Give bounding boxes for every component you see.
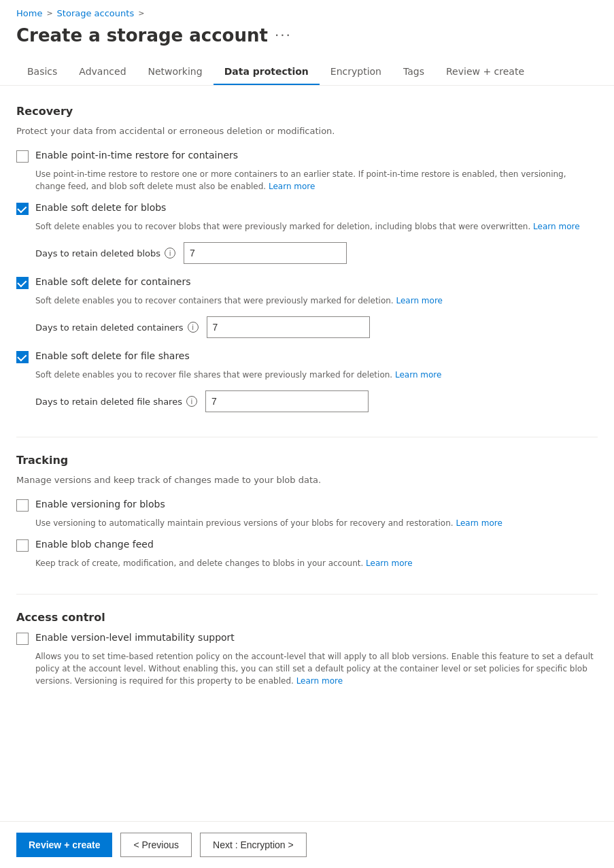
- blobs-days-row: Days to retain deleted blobs i: [35, 242, 598, 264]
- soft-delete-fileshares-learn-more[interactable]: Learn more: [395, 370, 441, 380]
- point-in-time-desc: Use point-in-time restore to restore one…: [35, 168, 598, 193]
- versioning-learn-more[interactable]: Learn more: [456, 518, 502, 528]
- containers-days-info-icon: i: [188, 322, 199, 333]
- soft-delete-blobs-learn-more[interactable]: Learn more: [533, 222, 579, 231]
- versioning-checkbox[interactable]: [16, 499, 29, 512]
- tab-tags[interactable]: Tags: [392, 59, 435, 85]
- immutability-desc: Allows you to set time-based retention p…: [35, 650, 598, 687]
- containers-days-label: Days to retain deleted containers i: [35, 322, 199, 333]
- immutability-checkbox[interactable]: [16, 633, 29, 645]
- tracking-section: Tracking Manage versions and keep track …: [16, 454, 598, 569]
- point-in-time-row: Enable point-in-time restore for contain…: [16, 150, 598, 163]
- tab-basics[interactable]: Basics: [16, 59, 68, 85]
- soft-delete-blobs-row: Enable soft delete for blobs: [16, 202, 598, 215]
- page-title: Create a storage account: [16, 25, 268, 46]
- soft-delete-blobs-checkbox[interactable]: [16, 203, 29, 215]
- fileshares-days-input[interactable]: [205, 390, 369, 412]
- change-feed-label: Enable blob change feed: [35, 539, 154, 550]
- page-title-row: Create a storage account ···: [0, 22, 614, 59]
- soft-delete-fileshares-desc: Soft delete enables you to recover file …: [35, 369, 598, 381]
- soft-delete-containers-checkbox[interactable]: [16, 277, 29, 289]
- soft-delete-containers-label: Enable soft delete for containers: [35, 276, 191, 287]
- previous-button[interactable]: < Previous: [120, 833, 192, 857]
- fileshares-days-info-icon: i: [186, 396, 197, 407]
- next-button[interactable]: Next : Encryption >: [200, 833, 307, 857]
- change-feed-checkbox[interactable]: [16, 539, 29, 552]
- point-in-time-label: Enable point-in-time restore for contain…: [35, 150, 238, 161]
- blobs-days-input[interactable]: [184, 242, 347, 264]
- point-in-time-checkbox[interactable]: [16, 150, 29, 163]
- breadcrumb-home[interactable]: Home: [16, 8, 42, 18]
- soft-delete-blobs-label: Enable soft delete for blobs: [35, 202, 166, 213]
- soft-delete-containers-learn-more[interactable]: Learn more: [396, 296, 443, 305]
- change-feed-learn-more[interactable]: Learn more: [366, 558, 412, 568]
- tabs-nav: Basics Advanced Networking Data protecti…: [0, 59, 614, 86]
- breadcrumb-sep-2: >: [138, 9, 144, 18]
- tab-encryption[interactable]: Encryption: [320, 59, 392, 85]
- change-feed-row: Enable blob change feed: [16, 539, 598, 552]
- recovery-section: Recovery Protect your data from accident…: [16, 105, 598, 412]
- change-feed-desc: Keep track of create, modification, and …: [35, 557, 598, 569]
- containers-days-input[interactable]: [207, 316, 370, 338]
- recovery-divider: [16, 437, 598, 437]
- breadcrumb-storage-accounts[interactable]: Storage accounts: [57, 8, 135, 18]
- recovery-heading: Recovery: [16, 105, 598, 118]
- soft-delete-fileshares-row: Enable soft delete for file shares: [16, 350, 598, 363]
- soft-delete-blobs-desc: Soft delete enables you to recover blobs…: [35, 220, 598, 233]
- access-control-section: Access control Enable version-level immu…: [16, 611, 598, 687]
- soft-delete-containers-row: Enable soft delete for containers: [16, 276, 598, 289]
- immutability-learn-more[interactable]: Learn more: [296, 676, 343, 686]
- versioning-label: Enable versioning for blobs: [35, 499, 165, 510]
- tracking-description: Manage versions and keep track of change…: [16, 475, 598, 485]
- immutability-row: Enable version-level immutability suppor…: [16, 632, 598, 645]
- breadcrumb: Home > Storage accounts >: [0, 0, 614, 22]
- versioning-desc: Use versioning to automatically maintain…: [35, 517, 598, 529]
- recovery-description: Protect your data from accidental or err…: [16, 126, 598, 136]
- immutability-label: Enable version-level immutability suppor…: [35, 632, 235, 643]
- access-control-heading: Access control: [16, 611, 598, 624]
- main-content: Recovery Protect your data from accident…: [0, 86, 614, 793]
- soft-delete-fileshares-label: Enable soft delete for file shares: [35, 350, 190, 361]
- tab-networking[interactable]: Networking: [137, 59, 214, 85]
- tab-advanced[interactable]: Advanced: [68, 59, 137, 85]
- review-create-button[interactable]: Review + create: [16, 833, 112, 857]
- tab-review-create[interactable]: Review + create: [435, 59, 535, 85]
- tracking-divider: [16, 594, 598, 595]
- fileshares-days-label: Days to retain deleted file shares i: [35, 396, 197, 407]
- versioning-row: Enable versioning for blobs: [16, 499, 598, 512]
- blobs-days-label: Days to retain deleted blobs i: [35, 248, 175, 258]
- footer: Review + create < Previous Next : Encryp…: [0, 821, 614, 868]
- tracking-heading: Tracking: [16, 454, 598, 467]
- blobs-days-info-icon: i: [165, 248, 175, 258]
- breadcrumb-sep-1: >: [46, 9, 52, 18]
- fileshares-days-row: Days to retain deleted file shares i: [35, 390, 598, 412]
- tab-data-protection[interactable]: Data protection: [214, 59, 320, 85]
- point-in-time-learn-more[interactable]: Learn more: [269, 182, 315, 191]
- page-menu-icon[interactable]: ···: [275, 27, 292, 44]
- soft-delete-fileshares-checkbox[interactable]: [16, 351, 29, 363]
- containers-days-row: Days to retain deleted containers i: [35, 316, 598, 338]
- soft-delete-containers-desc: Soft delete enables you to recover conta…: [35, 295, 598, 307]
